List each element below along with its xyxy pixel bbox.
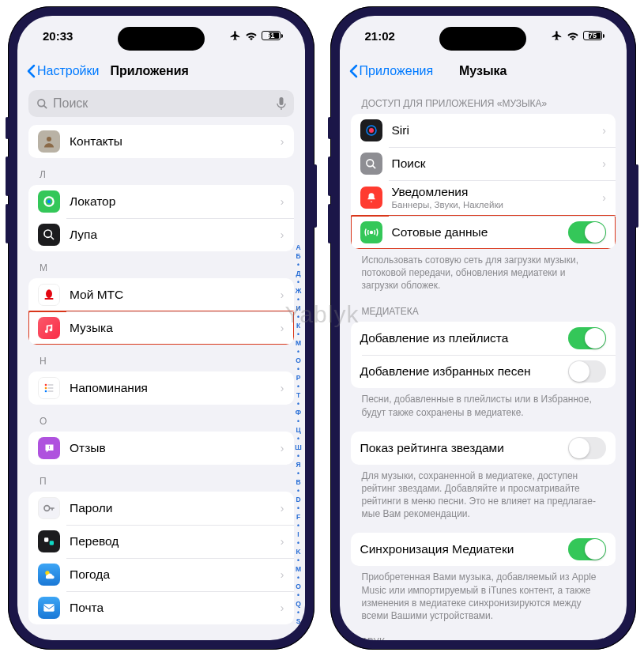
- svg-point-3: [47, 137, 51, 141]
- chevron-left-icon: [27, 64, 36, 78]
- dynamic-island: [118, 27, 205, 51]
- search-icon: [36, 98, 48, 110]
- row-siri[interactable]: Siri ›: [351, 114, 616, 147]
- mail-icon: [38, 597, 60, 619]
- svg-point-13: [45, 390, 47, 393]
- music-settings-scroll[interactable]: ДОСТУП ДЛЯ ПРИЛОЖЕНИЯ «МУЗЫКА» Siri › По…: [340, 87, 627, 640]
- battery-level: 75: [589, 32, 597, 40]
- row-mail[interactable]: Почта ›: [28, 591, 294, 624]
- section-header-o: О: [28, 405, 294, 432]
- svg-line-1: [43, 105, 47, 108]
- back-button[interactable]: Приложения: [349, 64, 434, 78]
- passwords-icon: [38, 497, 60, 519]
- status-time: 20:33: [43, 29, 73, 43]
- row-reminders[interactable]: Напоминания ›: [28, 371, 294, 405]
- section-header-l: Л: [28, 158, 294, 185]
- svg-point-12: [45, 387, 47, 390]
- nav-title: Приложения: [110, 64, 189, 78]
- row-translate[interactable]: Перевод ›: [28, 525, 294, 558]
- svg-line-28: [372, 165, 375, 168]
- row-contacts[interactable]: Контакты ›: [28, 125, 294, 158]
- section-header-sound: ЗВУК: [351, 625, 616, 640]
- row-mts[interactable]: Мой МТС ›: [28, 278, 294, 311]
- row-label: Перевод: [70, 534, 271, 549]
- chevron-right-icon: ›: [281, 228, 284, 241]
- dynamic-island: [439, 27, 526, 51]
- chevron-right-icon: ›: [281, 442, 284, 454]
- chevron-right-icon: ›: [281, 535, 284, 548]
- row-label: Музыка: [70, 321, 271, 335]
- row-label: Показ рейтинга звездами: [360, 441, 559, 455]
- cellular-toggle[interactable]: [568, 221, 606, 243]
- row-magnifier[interactable]: Лупа ›: [28, 218, 294, 251]
- row-cellular[interactable]: Сотовые данные: [351, 216, 616, 249]
- chevron-right-icon: ›: [281, 195, 284, 208]
- sync-library-toggle[interactable]: [568, 538, 606, 560]
- chevron-left-icon: [349, 64, 358, 78]
- chevron-right-icon: ›: [602, 191, 606, 204]
- row-label: Сотовые данные: [392, 225, 559, 239]
- svg-rect-2: [279, 97, 283, 105]
- row-add-playlist[interactable]: Добавление из плейлиста: [351, 322, 616, 355]
- row-label: Лупа: [70, 228, 271, 242]
- row-passwords[interactable]: Пароли ›: [28, 492, 294, 525]
- svg-point-0: [38, 99, 45, 106]
- add-playlist-toggle[interactable]: [568, 327, 606, 349]
- svg-rect-16: [48, 390, 54, 391]
- star-rating-toggle[interactable]: [568, 437, 606, 459]
- row-search-settings[interactable]: Поиск ›: [351, 147, 616, 180]
- wifi-icon: [567, 31, 579, 40]
- section-footer: Приобретенная Вами музыка, добавляемый и…: [351, 566, 616, 625]
- svg-rect-21: [44, 537, 48, 541]
- row-feedback[interactable]: ! Отзыв ›: [28, 432, 294, 465]
- svg-rect-10: [45, 298, 54, 300]
- nav-title: Музыка: [459, 64, 507, 78]
- section-header-n: Н: [28, 345, 294, 371]
- row-star-rating[interactable]: Показ рейтинга звездами: [351, 432, 616, 465]
- row-label: Локатор: [70, 194, 271, 209]
- chevron-right-icon: ›: [281, 502, 284, 515]
- row-label: Синхронизация Медиатеки: [360, 542, 559, 556]
- row-notifications[interactable]: Уведомления Баннеры, Звуки, Наклейки ›: [351, 180, 616, 216]
- row-label: Мой МТС: [70, 288, 271, 302]
- section-header-library: МЕДИАТЕКА: [351, 295, 616, 322]
- back-button[interactable]: Настройки: [27, 64, 99, 78]
- row-subtitle: Баннеры, Звуки, Наклейки: [392, 200, 593, 211]
- svg-point-11: [45, 384, 47, 386]
- row-label: Почта: [70, 601, 271, 615]
- svg-rect-22: [50, 541, 54, 545]
- nav-bar: Приложения Музыка: [340, 55, 627, 87]
- search-field[interactable]: Поиск: [28, 90, 294, 117]
- row-sync-library[interactable]: Синхронизация Медиатеки: [351, 533, 616, 566]
- reminders-icon: [38, 377, 60, 399]
- svg-text:!: !: [48, 444, 50, 450]
- row-add-favorites[interactable]: Добавление избранных песен: [351, 355, 616, 388]
- row-label: Siri: [392, 123, 593, 138]
- svg-point-9: [46, 289, 52, 298]
- chevron-right-icon: ›: [281, 288, 284, 301]
- svg-point-18: [44, 506, 50, 511]
- back-label: Настройки: [37, 64, 99, 78]
- mts-icon: [38, 284, 60, 306]
- row-label: Контакты: [70, 134, 271, 149]
- row-label: Уведомления: [392, 185, 593, 199]
- chevron-right-icon: ›: [281, 601, 284, 614]
- chevron-right-icon: ›: [281, 568, 284, 581]
- svg-rect-15: [48, 387, 54, 388]
- row-weather[interactable]: Погода ›: [28, 558, 294, 591]
- search-placeholder: Поиск: [53, 96, 88, 111]
- apps-list-scroll[interactable]: АБ•Д•Ж•И•К•М•О•Р•Т•Ф•Ц•Ш•Я•B•D•F•I•K•M•O…: [17, 125, 305, 640]
- section-footer: Для музыки, сохраненной в медиатеке, дос…: [351, 465, 616, 524]
- index-rail[interactable]: АБ•Д•Ж•И•К•М•О•Р•Т•Ф•Ц•Ш•Я•B•D•F•I•K•M•O…: [294, 243, 303, 624]
- row-findmy[interactable]: Локатор ›: [28, 185, 294, 218]
- airplane-icon: [552, 30, 563, 41]
- row-music[interactable]: Музыка ›: [28, 311, 294, 345]
- chevron-right-icon: ›: [281, 382, 284, 394]
- battery-level: 61: [266, 32, 274, 40]
- findmy-icon: [38, 190, 60, 213]
- add-favorites-toggle[interactable]: [568, 360, 606, 383]
- section-header-p: П: [28, 465, 294, 492]
- section-header-m: М: [28, 251, 294, 278]
- wifi-icon: [245, 31, 258, 40]
- mic-icon[interactable]: [277, 97, 286, 111]
